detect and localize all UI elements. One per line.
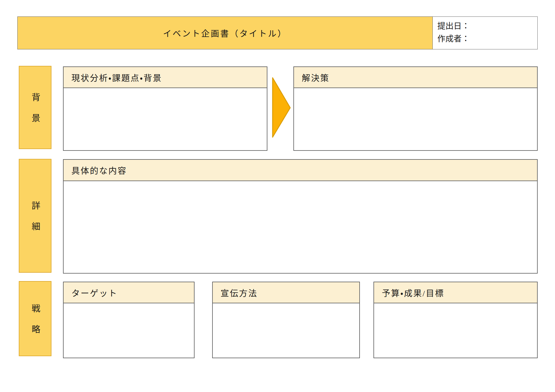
right-arrow-icon	[272, 77, 291, 138]
target-input-area[interactable]	[64, 303, 194, 358]
document-title: イベント企画書（タイトル）	[18, 17, 432, 49]
title-bar: イベント企画書（タイトル） 提出日： 作成者：	[17, 16, 538, 49]
section-label-background: 背景	[19, 66, 51, 149]
promotion-box-header: 宣伝方法	[213, 282, 359, 303]
budget-box: 予算・成果/目標	[373, 282, 538, 358]
solution-box: 解決策	[293, 66, 538, 151]
target-box-header: ターゲット	[64, 282, 194, 303]
content-box: 具体的な内容	[63, 159, 538, 274]
meta-cell: 提出日： 作成者：	[432, 17, 537, 49]
content-box-header: 具体的な内容	[64, 160, 537, 181]
content-input-area[interactable]	[64, 181, 537, 273]
budget-input-area[interactable]	[374, 303, 537, 358]
target-box: ターゲット	[63, 282, 195, 358]
submitted-date-label[interactable]: 提出日：	[437, 20, 534, 33]
author-label[interactable]: 作成者：	[437, 33, 534, 45]
section-label-strategy-text: 戦略	[29, 304, 42, 345]
promotion-input-area[interactable]	[213, 303, 359, 358]
analysis-input-area[interactable]	[64, 88, 267, 150]
event-proposal-sheet: イベント企画書（タイトル） 提出日： 作成者： 背景 現状分析・課題点・背景 解…	[0, 0, 555, 392]
analysis-box-header: 現状分析・課題点・背景	[64, 67, 267, 88]
promotion-box: 宣伝方法	[212, 282, 360, 358]
section-label-strategy: 戦略	[19, 281, 51, 356]
solution-input-area[interactable]	[294, 88, 537, 150]
section-label-detail-text: 詳細	[29, 201, 42, 243]
budget-box-header: 予算・成果/目標	[374, 282, 537, 303]
section-label-background-text: 背景	[29, 93, 42, 134]
section-label-detail: 詳細	[19, 159, 51, 273]
solution-box-header: 解決策	[294, 67, 537, 88]
analysis-box: 現状分析・課題点・背景	[63, 66, 267, 151]
